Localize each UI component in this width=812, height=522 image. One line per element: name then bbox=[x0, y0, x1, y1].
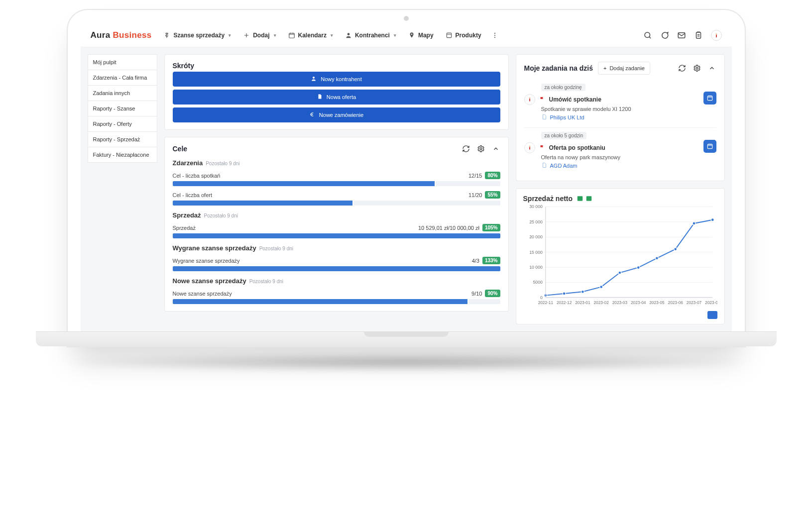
sidebar-item[interactable]: Raporty - Sprzedaż bbox=[88, 131, 157, 147]
progress-bar bbox=[173, 201, 500, 206]
task-title[interactable]: Umówić spotkanie bbox=[549, 96, 601, 103]
svg-point-6 bbox=[494, 37, 495, 38]
task-calendar-button[interactable] bbox=[703, 92, 716, 104]
search-button[interactable] bbox=[643, 31, 652, 40]
goal-row: Cel - liczba ofert 11/20 55% bbox=[173, 191, 500, 206]
tasks-title: Moje zadania na dziś bbox=[524, 64, 593, 72]
chart-title: Sprzedaż netto bbox=[523, 195, 573, 203]
svg-text:25 000: 25 000 bbox=[529, 219, 543, 224]
plus-icon bbox=[243, 32, 250, 39]
sidebar-item[interactable]: Raporty - Oferty bbox=[88, 116, 157, 131]
user-avatar[interactable] bbox=[711, 30, 722, 41]
clipboard-button[interactable] bbox=[694, 31, 703, 40]
goal-percent-badge: 80% bbox=[485, 172, 500, 179]
goal-value: 4/3 bbox=[472, 258, 479, 264]
sidebar-item[interactable]: Zadania innych bbox=[88, 85, 157, 101]
svg-point-54 bbox=[674, 248, 677, 251]
nav-calendar[interactable]: Kalendarz▾ bbox=[283, 29, 338, 42]
nav-contractors[interactable]: Kontrahenci▾ bbox=[340, 29, 401, 42]
nav-sales-opportunities[interactable]: Szanse sprzedaży▾ bbox=[158, 29, 236, 42]
file-icon bbox=[541, 162, 547, 169]
svg-rect-0 bbox=[289, 33, 294, 38]
progress-bar bbox=[173, 266, 500, 271]
chevron-down-icon: ▾ bbox=[274, 33, 276, 38]
task-calendar-button[interactable] bbox=[703, 140, 716, 153]
svg-text:2023-07: 2023-07 bbox=[686, 301, 701, 306]
shortcut-new-order[interactable]: Nowe zamówienie bbox=[173, 107, 500, 122]
kebab-icon bbox=[491, 32, 498, 39]
task-time-chip: za około 5 godzin bbox=[541, 132, 587, 139]
svg-point-52 bbox=[637, 266, 640, 269]
chat-button[interactable] bbox=[660, 31, 669, 40]
svg-rect-16 bbox=[529, 99, 530, 102]
shortcuts-title: Skróty bbox=[173, 62, 500, 70]
svg-rect-3 bbox=[447, 33, 451, 37]
task-title[interactable]: Oferta po spotkaniu bbox=[549, 144, 605, 151]
goal-value: 12/15 bbox=[468, 173, 482, 179]
person-icon bbox=[311, 76, 317, 83]
svg-text:2023-04: 2023-04 bbox=[631, 301, 646, 306]
shortcut-new-contractor[interactable]: Nowy kontrahent bbox=[173, 72, 500, 87]
svg-point-7 bbox=[645, 32, 650, 38]
goals-card: Cele ZdarzeniaPozostało 9 dni Cel - licz… bbox=[164, 137, 509, 312]
nav-more[interactable] bbox=[488, 29, 501, 42]
goal-section-header: Nowe szanse sprzedażyPozostało 9 dni bbox=[173, 277, 500, 285]
collapse-button[interactable] bbox=[707, 64, 716, 73]
svg-text:15 000: 15 000 bbox=[529, 250, 543, 255]
svg-point-53 bbox=[655, 257, 658, 260]
shortcut-new-offer[interactable]: Nowa oferta bbox=[173, 90, 500, 104]
chevron-down-icon: ▾ bbox=[394, 33, 396, 38]
refresh-button[interactable] bbox=[462, 144, 470, 153]
nav-maps[interactable]: Mapy bbox=[403, 29, 439, 42]
svg-point-2 bbox=[411, 33, 413, 35]
calendar-icon bbox=[288, 32, 295, 39]
task-contractor-link[interactable]: AGD Adam bbox=[541, 162, 578, 169]
progress-bar bbox=[173, 299, 500, 304]
svg-text:30 000: 30 000 bbox=[529, 204, 543, 209]
table-view-button[interactable] bbox=[707, 311, 717, 319]
line-chart: 0500010 00015 00020 00025 00030 0002022-… bbox=[523, 203, 717, 310]
person-icon bbox=[345, 32, 352, 39]
svg-point-50 bbox=[599, 286, 602, 289]
svg-rect-19 bbox=[529, 147, 530, 150]
goal-label: Wygrane szanse sprzedaży bbox=[173, 258, 240, 264]
sidebar-item[interactable]: Faktury - Niezapłacone bbox=[88, 147, 157, 163]
gear-button[interactable] bbox=[693, 64, 701, 73]
svg-point-56 bbox=[711, 218, 714, 221]
goal-value: 9/10 bbox=[471, 291, 482, 297]
add-task-button[interactable]: + Dodaj zadanie bbox=[598, 62, 650, 75]
svg-text:2023-06: 2023-06 bbox=[668, 301, 683, 306]
progress-bar bbox=[173, 181, 500, 186]
svg-point-13 bbox=[480, 148, 482, 150]
goal-row: Sprzedaż 10 529,01 zł/10 000,00 zł 105% bbox=[173, 224, 500, 238]
sidebar-item[interactable]: Raporty - Szanse bbox=[88, 101, 157, 116]
tasks-card: Moje zadania na dziś + Dodaj zadanie za … bbox=[516, 54, 725, 181]
pin-icon bbox=[408, 32, 415, 39]
svg-point-14 bbox=[696, 67, 698, 69]
laptop-camera bbox=[404, 16, 409, 21]
sidebar-item[interactable]: Mój pulpit bbox=[88, 54, 157, 70]
task-description: Oferta na nowy park maszynowy bbox=[541, 154, 716, 160]
goal-row: Wygrane szanse sprzedaży 4/3 133% bbox=[173, 257, 500, 271]
task-contractor-link[interactable]: Philips UK Ltd bbox=[541, 114, 584, 121]
refresh-button[interactable] bbox=[678, 64, 687, 73]
box-icon bbox=[446, 32, 453, 39]
goal-section-header: SprzedażPozostało 9 dni bbox=[173, 211, 500, 219]
goal-row: Nowe szanse sprzedaży 9/10 90% bbox=[173, 290, 500, 304]
svg-text:2023-08: 2023-08 bbox=[705, 301, 717, 306]
svg-point-5 bbox=[494, 35, 495, 36]
goal-label: Cel - liczba ofert bbox=[173, 192, 212, 198]
goal-value: 10 529,01 zł/10 000,00 zł bbox=[418, 225, 479, 231]
svg-text:20 000: 20 000 bbox=[529, 234, 543, 239]
nav-add[interactable]: Dodaj▾ bbox=[238, 29, 281, 42]
sidebar-item[interactable]: Zdarzenia - Cała firma bbox=[88, 70, 157, 85]
gear-button[interactable] bbox=[476, 144, 485, 153]
collapse-button[interactable] bbox=[491, 144, 500, 153]
nav-products[interactable]: Produkty bbox=[441, 29, 486, 42]
mail-button[interactable] bbox=[677, 31, 686, 40]
chevron-down-icon: ▾ bbox=[331, 33, 333, 38]
goal-section-header: Wygrane szanse sprzedażyPozostało 9 dni bbox=[173, 244, 500, 252]
chart-export-icons[interactable] bbox=[577, 195, 592, 202]
svg-point-4 bbox=[494, 33, 495, 34]
goal-percent-badge: 55% bbox=[485, 191, 500, 199]
